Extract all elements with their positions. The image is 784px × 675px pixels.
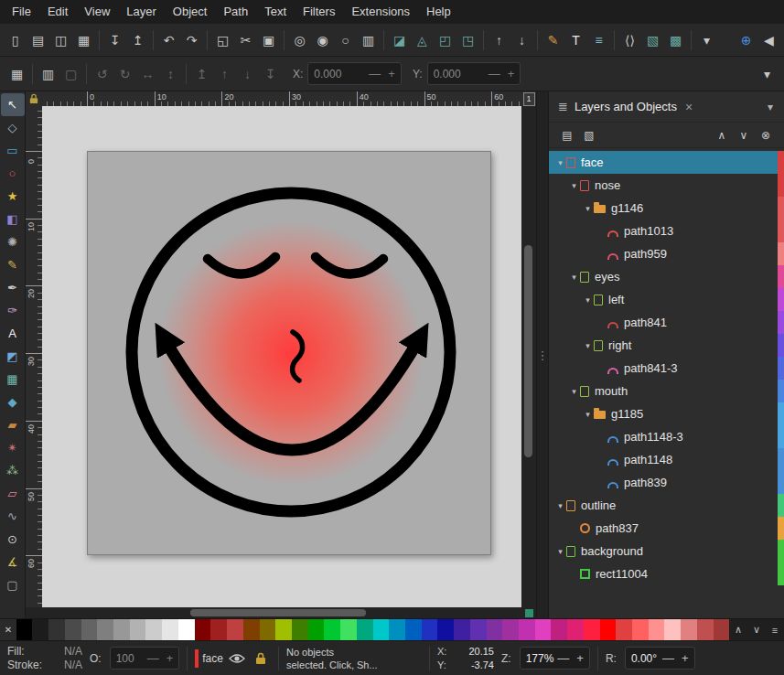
tool-star[interactable]: ★ — [1, 185, 25, 208]
opacity-decrement-icon[interactable]: — — [144, 651, 163, 665]
color-swatch[interactable] — [519, 619, 535, 640]
menu-text[interactable]: Text — [256, 0, 295, 24]
layer-row-g1146[interactable]: ▾g1146 — [549, 197, 784, 220]
color-swatch[interactable] — [470, 619, 487, 640]
y-spinbox[interactable]: 0.000 —+ — [427, 62, 521, 85]
expander-icon[interactable]: ▾ — [554, 547, 566, 556]
expander-icon[interactable]: ▾ — [568, 273, 580, 282]
page-badge[interactable]: 1 — [523, 92, 535, 106]
layer-row-path841-3[interactable]: path841-3 — [549, 357, 784, 380]
tool-box-3d[interactable]: ◧ — [1, 208, 25, 230]
print-icon[interactable]: ▦ — [72, 28, 95, 52]
horizontal-scrollbar-thumb[interactable] — [190, 609, 366, 616]
redo-icon[interactable]: ↷ — [180, 28, 203, 52]
zoom-page-icon[interactable]: ○ — [334, 28, 357, 52]
rotate-cw-icon[interactable]: ↻ — [113, 62, 136, 86]
guides-lock-button[interactable] — [26, 91, 42, 106]
document-properties-icon[interactable]: ▥ — [357, 28, 380, 52]
layer-row-rect11004[interactable]: rect11004 — [549, 562, 784, 585]
zoom-increment-icon[interactable]: + — [573, 651, 587, 665]
tool-dropper[interactable]: ◆ — [1, 391, 25, 413]
fill-value[interactable]: N/A — [64, 645, 82, 659]
move-down-icon[interactable]: ∨ — [733, 125, 755, 145]
layer-row-background[interactable]: ▾background — [549, 540, 784, 562]
move-up-icon[interactable]: ∧ — [711, 125, 733, 145]
rotate-ccw-icon[interactable]: ↺ — [91, 62, 113, 86]
new-document-icon[interactable]: ▯ — [4, 28, 27, 52]
copy-icon[interactable]: ◱ — [211, 28, 234, 52]
layer-row-nose[interactable]: ▾nose — [549, 174, 784, 197]
tool-selector[interactable]: ↖ — [1, 93, 25, 116]
current-layer-name[interactable]: face — [202, 652, 223, 665]
layer-row-path1148[interactable]: path1148 — [549, 448, 784, 471]
color-swatch[interactable] — [567, 619, 584, 640]
menu-path[interactable]: Path — [215, 0, 256, 24]
cut-icon[interactable]: ✂ — [234, 28, 257, 52]
color-swatch[interactable] — [32, 619, 48, 640]
expander-icon[interactable]: ▾ — [568, 387, 580, 396]
layer-lock-button[interactable] — [251, 648, 271, 669]
color-swatch[interactable] — [535, 619, 552, 640]
add-layer-icon[interactable]: ▤ — [556, 125, 578, 145]
expander-icon[interactable]: ▾ — [554, 158, 566, 167]
color-swatch[interactable] — [178, 619, 195, 640]
color-swatch[interactable] — [422, 619, 438, 640]
flip-horizontal-icon[interactable]: ↔ — [136, 62, 159, 86]
menu-edit[interactable]: Edit — [39, 0, 76, 24]
color-swatch[interactable] — [292, 619, 308, 640]
color-swatch[interactable] — [373, 619, 390, 640]
rotation-value[interactable]: 0.00° — [631, 652, 659, 665]
color-swatch[interactable] — [162, 619, 178, 640]
opacity-increment-icon[interactable]: + — [163, 651, 177, 665]
color-swatch[interactable] — [714, 619, 730, 640]
color-swatch[interactable] — [130, 619, 146, 640]
zoom-spinbox[interactable]: 177% —+ — [520, 647, 590, 670]
select-all-layers-icon[interactable]: ▥ — [37, 62, 59, 86]
snap-toggle-icon[interactable]: ⊕ — [735, 28, 757, 52]
raise-layer-icon[interactable]: ↑ — [488, 28, 510, 52]
color-swatch[interactable] — [697, 619, 714, 640]
duplicate-icon[interactable]: ◪ — [388, 28, 411, 52]
layer-row-face[interactable]: ▾face — [549, 151, 784, 174]
color-swatch[interactable] — [227, 619, 243, 640]
tool-calligraphy[interactable]: ✑ — [1, 299, 25, 322]
add-group-icon[interactable]: ▧ — [578, 125, 600, 145]
rotation-decrement-icon[interactable]: — — [659, 651, 678, 665]
stroke-value[interactable]: N/A — [64, 659, 82, 672]
ungroup-icon[interactable]: ◳ — [456, 28, 479, 52]
palette-menu-icon[interactable]: ≡ — [766, 619, 784, 640]
import-icon[interactable]: ↧ — [103, 28, 126, 52]
menu-layer[interactable]: Layer — [118, 0, 165, 24]
canvas[interactable] — [42, 106, 521, 607]
color-swatch[interactable] — [195, 619, 211, 640]
color-swatch[interactable] — [48, 619, 65, 640]
horizontal-scrollbar[interactable] — [42, 607, 521, 618]
expander-icon[interactable]: ▾ — [582, 341, 594, 350]
tool-text[interactable]: A — [1, 322, 25, 345]
color-swatch[interactable] — [584, 619, 600, 640]
vertical-scrollbar-thumb[interactable] — [524, 245, 532, 457]
expander-icon[interactable]: ▾ — [582, 410, 594, 419]
layer-visibility-button[interactable] — [227, 648, 247, 669]
layer-row-path959[interactable]: path959 — [549, 242, 784, 265]
fill-stroke-dialog-icon[interactable]: ✎ — [542, 28, 564, 52]
tool-measure[interactable]: ∡ — [1, 551, 25, 573]
color-swatch[interactable] — [97, 619, 113, 640]
delete-item-icon[interactable]: ⊗ — [755, 125, 777, 145]
paste-icon[interactable]: ▣ — [257, 28, 280, 52]
zoom-value[interactable]: 177% — [526, 652, 554, 665]
layer-row-outline[interactable]: ▾outline — [549, 494, 784, 517]
rotation-increment-icon[interactable]: + — [678, 651, 693, 665]
swatch-none[interactable]: ✕ — [0, 619, 16, 640]
text-dialog-icon[interactable]: T — [564, 28, 587, 52]
color-swatch[interactable] — [454, 619, 470, 640]
tool-rectangle[interactable]: ▭ — [1, 139, 25, 162]
color-swatch[interactable] — [16, 619, 33, 640]
layer-row-path837[interactable]: path837 — [549, 517, 784, 540]
palette-scroll-up-icon[interactable]: ∧ — [729, 619, 747, 640]
xml-editor-icon[interactable]: ⟨⟩ — [618, 28, 641, 52]
expander-icon[interactable]: ▾ — [568, 181, 580, 190]
color-swatch[interactable] — [632, 619, 649, 640]
layer-row-path839[interactable]: path839 — [549, 471, 784, 494]
color-swatch[interactable] — [389, 619, 405, 640]
